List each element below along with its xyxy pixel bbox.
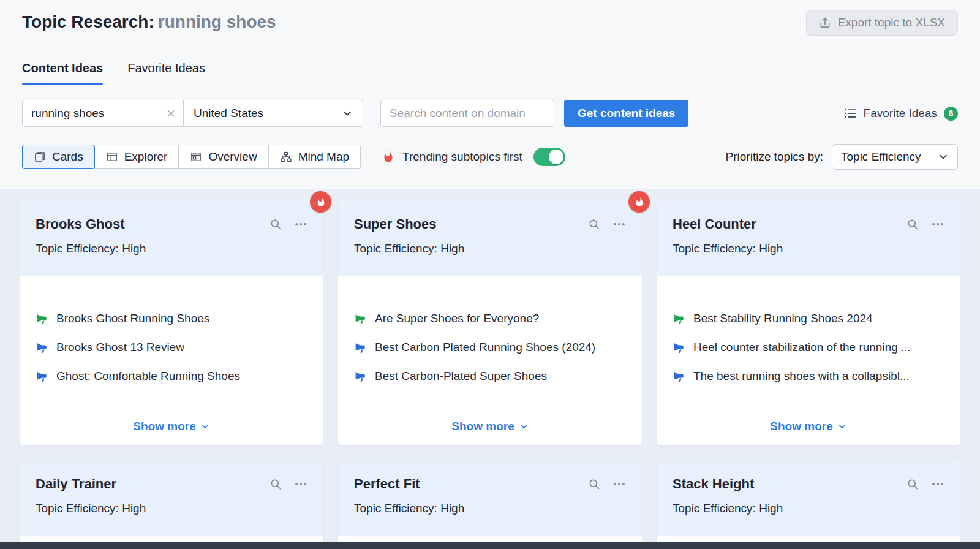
card-header: Stack Height Topic Efficiency: High — [657, 460, 960, 536]
topic-card-heel-counter: Heel Counter Topic Efficiency: High Best… — [657, 200, 960, 445]
toggle-knob — [549, 150, 564, 164]
content-idea-text: Best Carbon-Plated Super Shoes — [375, 369, 547, 383]
favorites-count-badge: 8 — [944, 107, 958, 121]
topic-card-super-shoes: Super Shoes Topic Efficiency: High Are S… — [338, 200, 642, 445]
card-body: Best Stability Running Shoes 2024 Heel c… — [657, 276, 960, 445]
card-header: Brooks Ghost Topic Efficiency: High — [20, 200, 323, 276]
chevron-down-icon — [342, 108, 353, 119]
megaphone-icon — [36, 341, 48, 354]
content-idea-text: Are Super Shoes for Everyone? — [375, 312, 539, 325]
card-search-icon[interactable] — [907, 478, 919, 490]
flame-icon — [382, 150, 395, 164]
card-header: Super Shoes Topic Efficiency: High — [338, 200, 642, 276]
country-select-value: United States — [194, 107, 263, 120]
content-idea-item: Brooks Ghost Running Shoes — [36, 312, 307, 325]
cards-icon — [34, 151, 46, 163]
megaphone-icon — [354, 312, 367, 325]
megaphone-icon — [354, 341, 367, 354]
view-overview-button[interactable]: Overview — [178, 145, 268, 169]
card-search-icon[interactable] — [270, 478, 282, 490]
show-more-label: Show more — [451, 420, 514, 433]
content-idea-item: Are Super Shoes for Everyone? — [354, 312, 626, 325]
bottom-edge — [0, 542, 980, 549]
content-idea-text: Best Carbon Plated Running Shoes (2024) — [375, 341, 595, 354]
topic-card-title: Perfect Fit — [354, 476, 420, 492]
view-switcher: Cards Explorer Overview Mind Map — [22, 145, 361, 169]
megaphone-icon — [36, 312, 48, 325]
card-search-icon[interactable] — [270, 218, 282, 230]
content-idea-item: Best Stability Running Shoes 2024 — [673, 312, 944, 325]
topic-card-perfect-fit: Perfect Fit Topic Efficiency: High — [338, 460, 642, 549]
card-menu-icon[interactable] — [612, 218, 626, 231]
trending-flame-badge — [628, 191, 650, 213]
favorite-ideas-link[interactable]: Favorite Ideas 8 — [843, 107, 958, 121]
content-idea-text: Brooks Ghost 13 Review — [56, 341, 184, 354]
view-mindmap-button[interactable]: Mind Map — [268, 145, 361, 169]
card-search-icon[interactable] — [588, 218, 600, 230]
domain-search-input[interactable] — [380, 100, 554, 127]
search-row: United States Get content ideas Favorite… — [22, 100, 958, 127]
topic-card-title: Heel Counter — [673, 216, 756, 232]
megaphone-icon — [354, 370, 367, 383]
content-idea-item: Best Carbon-Plated Super Shoes — [354, 369, 626, 383]
topic-card-title: Super Shoes — [354, 216, 436, 232]
topic-card-title: Stack Height — [673, 476, 754, 492]
chevron-down-icon — [837, 422, 847, 431]
view-cards-button[interactable]: Cards — [22, 145, 95, 169]
card-menu-icon[interactable] — [612, 477, 626, 491]
card-menu-icon[interactable] — [294, 477, 307, 491]
card-header: Daily Trainer Topic Efficiency: High — [20, 460, 323, 536]
controls: United States Get content ideas Favorite… — [0, 85, 980, 170]
prioritize-select[interactable]: Topic Efficiency — [832, 144, 958, 170]
card-menu-icon[interactable] — [294, 218, 307, 231]
megaphone-icon — [673, 312, 685, 325]
content-idea-item: The best running shoes with a collapsibl… — [673, 369, 944, 383]
tab-favorite-ideas[interactable]: Favorite Ideas — [127, 61, 205, 85]
country-select[interactable]: United States — [183, 100, 363, 127]
show-more-label: Show more — [133, 420, 195, 433]
trending-control: Trending subtopics first — [382, 148, 565, 166]
topic-query-input[interactable] — [22, 100, 184, 127]
content-idea-text: Ghost: Comfortable Running Shoes — [56, 369, 240, 383]
show-more-link[interactable]: Show more — [133, 420, 209, 433]
overview-icon — [190, 151, 202, 163]
card-menu-icon[interactable] — [931, 477, 944, 491]
topic-card-stack-height: Stack Height Topic Efficiency: High — [657, 460, 960, 549]
trending-toggle[interactable] — [533, 148, 565, 166]
get-content-ideas-button[interactable]: Get content ideas — [564, 100, 688, 127]
content-idea-text: The best running shoes with a collapsibl… — [693, 369, 910, 383]
export-button-label: Export topic to XLSX — [838, 16, 945, 29]
topic-efficiency-label: Topic Efficiency: High — [673, 242, 944, 256]
topic-efficiency-label: Topic Efficiency: High — [36, 242, 307, 256]
tabs: Content Ideas Favorite Ideas — [22, 61, 958, 85]
content-idea-item: Ghost: Comfortable Running Shoes — [36, 369, 307, 383]
show-more-link[interactable]: Show more — [451, 420, 528, 433]
megaphone-icon — [673, 341, 685, 354]
view-explorer-button[interactable]: Explorer — [94, 145, 179, 169]
clear-query-icon[interactable] — [165, 108, 176, 119]
show-more-link[interactable]: Show more — [770, 420, 846, 433]
page-title: Topic Research:running shoes — [22, 10, 276, 32]
card-search-icon[interactable] — [907, 218, 919, 230]
prioritize-label: Prioritize topics by: — [726, 150, 823, 164]
trending-label: Trending subtopics first — [402, 150, 522, 164]
tab-content-ideas[interactable]: Content Ideas — [22, 61, 103, 85]
card-menu-icon[interactable] — [931, 218, 944, 231]
chevron-down-icon — [938, 151, 949, 162]
page-header: Topic Research:running shoes Export topi… — [0, 0, 980, 85]
view-toolbar: Cards Explorer Overview Mind Map Trendin… — [22, 144, 958, 170]
megaphone-icon — [673, 370, 685, 383]
card-body: Are Super Shoes for Everyone? Best Carbo… — [338, 276, 642, 445]
view-mindmap-label: Mind Map — [298, 150, 349, 164]
export-button[interactable]: Export topic to XLSX — [806, 10, 958, 36]
table-icon — [106, 151, 118, 163]
topic-efficiency-label: Topic Efficiency: High — [354, 502, 626, 515]
chevron-down-icon — [200, 422, 210, 431]
card-search-icon[interactable] — [588, 478, 600, 490]
topic-query-field — [22, 100, 184, 127]
chevron-down-icon — [519, 422, 529, 431]
topic-efficiency-label: Topic Efficiency: High — [673, 502, 944, 515]
upload-icon — [819, 17, 831, 29]
content-idea-text: Heel counter stabilization of the runnin… — [693, 341, 911, 354]
card-body: Brooks Ghost Running Shoes Brooks Ghost … — [20, 276, 323, 445]
